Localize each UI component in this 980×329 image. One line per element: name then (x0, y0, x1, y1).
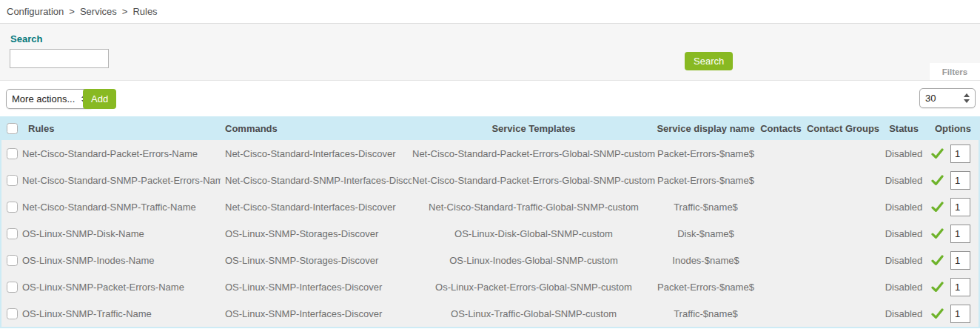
rule-command: Net-Cisco-Standard-SNMP-Interfaces-Disco… (221, 167, 412, 193)
rule-service-template: Net-Cisco-Standard-Packet-Errors-Global-… (412, 140, 656, 167)
rule-service-template: Net-Cisco-Standard-Packet-Errors-Global-… (412, 167, 656, 193)
rule-contacts (756, 273, 806, 300)
rule-contact-groups (806, 273, 880, 300)
check-icon (931, 228, 944, 239)
rule-status: Disabled (880, 193, 927, 220)
rule-service-display-name: Disk-$name$ (656, 220, 756, 247)
rule-status: Disabled (880, 167, 927, 193)
rule-service-display-name: Traffic-$name$ (656, 300, 756, 327)
header-contact-groups: Contact Groups (806, 116, 880, 140)
rule-contacts (756, 220, 806, 247)
options-count-input[interactable] (950, 171, 970, 190)
rules-table: Rules Commands Service Templates Service… (0, 116, 980, 328)
check-icon (931, 308, 944, 319)
rule-contact-groups (806, 193, 880, 220)
add-button[interactable]: Add (83, 89, 116, 109)
table-row: OS-Linux-SNMP-Traffic-Name OS-Linux-SNMP… (1, 300, 979, 327)
breadcrumb-item-configuration[interactable]: Configuration (7, 6, 64, 17)
breadcrumb-item-rules[interactable]: Rules (132, 6, 157, 17)
header-service-templates: Service Templates (412, 116, 656, 140)
rule-name[interactable]: OS-Linux-SNMP-Packet-Errors-Name (22, 282, 184, 293)
rule-status: Disabled (880, 273, 927, 300)
row-checkbox[interactable] (7, 308, 18, 319)
rule-contacts (756, 300, 806, 327)
header-status: Status (880, 116, 927, 140)
select-all-checkbox[interactable] (7, 123, 18, 134)
rule-contact-groups (806, 220, 880, 247)
rule-name[interactable]: OS-Linux-SNMP-Disk-Name (22, 228, 144, 239)
header-contacts: Contacts (756, 116, 806, 140)
options-count-input[interactable] (950, 278, 970, 296)
row-checkbox[interactable] (7, 148, 18, 159)
rule-contact-groups (806, 167, 880, 193)
check-icon (931, 175, 944, 186)
row-checkbox[interactable] (7, 282, 18, 293)
table-row: Net-Cisco-Standard-SNMP-Traffic-Name Net… (1, 193, 979, 220)
rule-contacts (756, 140, 806, 167)
rule-contact-groups (806, 140, 880, 167)
rule-service-display-name: Traffic-$name$ (656, 193, 756, 220)
options-count-input[interactable] (950, 251, 970, 270)
row-checkbox[interactable] (7, 255, 18, 266)
rule-command: OS-Linux-SNMP-Interfaces-Discover (221, 300, 412, 327)
rule-name[interactable]: Net-Cisco-Standard-Packet-Errors-Name (22, 148, 198, 159)
options-count-input[interactable] (950, 305, 970, 323)
options-count-input[interactable] (950, 225, 970, 243)
table-row: Net-Cisco-Standard-SNMP-Packet-Errors-Na… (1, 167, 979, 193)
breadcrumb-separator: > (117, 6, 133, 17)
more-actions-select-value: More actions... (12, 93, 75, 104)
search-button[interactable]: Search (685, 52, 733, 70)
options-count-input[interactable] (950, 144, 970, 163)
filters-tab[interactable]: Filters (930, 63, 980, 80)
check-icon (931, 202, 944, 213)
header-options: Options (927, 116, 979, 140)
rule-name[interactable]: OS-Linux-SNMP-Inodes-Name (22, 255, 154, 266)
rule-service-template: Os-Linux-Packet-Errors-Global-SNMP-custo… (412, 273, 656, 300)
page-size-select[interactable]: 30 (919, 88, 976, 108)
rule-contacts (756, 247, 806, 273)
more-actions-select[interactable]: More actions... (6, 89, 93, 109)
rule-status: Disabled (880, 247, 927, 273)
table-row: Net-Cisco-Standard-Packet-Errors-Name Ne… (1, 140, 979, 167)
rule-contact-groups (806, 247, 880, 273)
rule-service-template: OS-Linux-Disk-Global-SNMP-custom (412, 220, 656, 247)
breadcrumb: Configuration > Services > Rules (0, 0, 980, 24)
breadcrumb-separator: > (64, 6, 80, 17)
table-row: OS-Linux-SNMP-Packet-Errors-Name OS-Linu… (1, 273, 979, 300)
rule-service-display-name: Packet-Errors-$name$ (656, 167, 756, 193)
table-header-row: Rules Commands Service Templates Service… (1, 116, 979, 140)
rule-service-display-name: Inodes-$name$ (656, 247, 756, 273)
table-row: OS-Linux-SNMP-Disk-Name OS-Linux-SNMP-St… (1, 220, 979, 247)
row-checkbox[interactable] (7, 228, 18, 239)
rule-service-display-name: Packet-Errors-$name$ (656, 140, 756, 167)
rule-service-display-name: Packet-Errors-$name$ (656, 273, 756, 300)
rules-table-body: Net-Cisco-Standard-Packet-Errors-Name Ne… (1, 140, 979, 327)
rule-command: OS-Linux-SNMP-Storages-Discover (221, 220, 412, 247)
check-icon (931, 255, 944, 266)
rule-name[interactable]: Net-Cisco-Standard-SNMP-Packet-Errors-Na… (22, 175, 221, 186)
header-service-display-name: Service display name (656, 116, 756, 140)
rule-status: Disabled (880, 220, 927, 247)
header-commands: Commands (221, 116, 412, 140)
rule-name[interactable]: Net-Cisco-Standard-SNMP-Traffic-Name (22, 202, 196, 213)
rule-service-template: OS-Linux-Inodes-Global-SNMP-custom (412, 247, 656, 273)
rule-contacts (756, 167, 806, 193)
rule-name[interactable]: OS-Linux-SNMP-Traffic-Name (22, 308, 152, 319)
page-size-select-value: 30 (925, 93, 936, 104)
check-icon (931, 148, 944, 159)
search-input[interactable] (10, 49, 109, 68)
rule-status: Disabled (880, 300, 927, 327)
search-panel: Search Search Filters (0, 24, 980, 81)
options-count-input[interactable] (950, 198, 970, 216)
rule-command: Net-Cisco-Standard-Interfaces-Discover (221, 140, 412, 167)
rule-command: Net-Cisco-Standard-Interfaces-Discover (221, 193, 412, 220)
rule-contact-groups (806, 300, 880, 327)
row-checkbox[interactable] (7, 175, 18, 186)
rule-service-template: OS-Linux-Traffic-Global-SNMP-custom (412, 300, 656, 327)
row-checkbox[interactable] (7, 202, 18, 213)
rule-command: OS-Linux-SNMP-Storages-Discover (221, 247, 412, 273)
rule-service-template: Net-Cisco-Standard-Traffic-Global-SNMP-c… (412, 193, 656, 220)
rule-status: Disabled (880, 140, 927, 167)
breadcrumb-item-services[interactable]: Services (80, 6, 117, 17)
toolbar: More actions... Add 30 (0, 81, 980, 116)
